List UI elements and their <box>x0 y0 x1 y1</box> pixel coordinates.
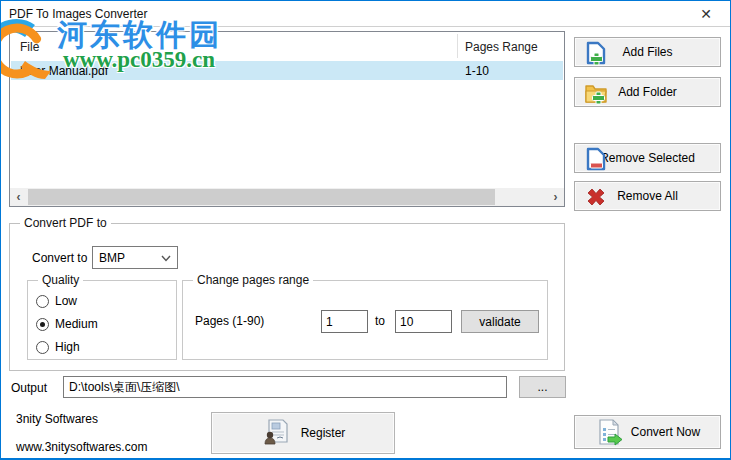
convert-to-label: Convert to <box>32 251 87 265</box>
radio-icon <box>36 318 49 331</box>
close-button[interactable]: ✕ <box>690 4 722 24</box>
browse-button[interactable]: ... <box>519 376 566 398</box>
title-bar: PDF To Images Converter ✕ <box>1 1 730 27</box>
cell-pages-range: 1-10 <box>465 64 489 78</box>
output-path-input[interactable] <box>63 376 507 398</box>
format-select[interactable]: BMP <box>92 246 178 269</box>
scroll-left-button[interactable]: ‹ <box>10 188 27 206</box>
pages-range-group-title: Change pages range <box>193 273 313 287</box>
quality-high-label: High <box>55 340 80 354</box>
output-label: Output <box>11 381 47 395</box>
company-website: www.3nitysoftwares.com <box>16 440 147 454</box>
validate-button[interactable]: validate <box>461 310 539 333</box>
radio-icon <box>36 341 49 354</box>
register-button-label: Register <box>301 426 346 440</box>
chevron-down-icon <box>161 255 171 262</box>
column-header-file[interactable]: File <box>20 40 39 54</box>
radio-icon <box>36 295 49 308</box>
register-button[interactable]: Register <box>211 412 395 454</box>
add-files-button[interactable]: Add Files <box>574 37 721 67</box>
validate-button-label: validate <box>479 315 520 329</box>
convert-now-button[interactable]: Convert Now <box>574 415 721 449</box>
chevron-left-icon: ‹ <box>17 190 21 204</box>
remove-all-label: Remove All <box>617 189 678 203</box>
convert-now-button-label: Convert Now <box>631 425 700 439</box>
browse-button-label: ... <box>537 380 547 394</box>
pages-range-group: Change pages range Pages (1-90) to valid… <box>182 280 548 360</box>
remove-all-button[interactable]: Remove All <box>574 181 721 211</box>
horizontal-scrollbar[interactable]: ‹ › <box>10 188 564 206</box>
add-files-label: Add Files <box>622 45 672 59</box>
app-window: PDF To Images Converter ✕ File Pages Ran… <box>0 0 731 460</box>
quality-group-title: Quality <box>38 273 83 287</box>
remove-selected-button[interactable]: Remove Selected <box>574 143 721 173</box>
red-x-icon <box>584 185 608 209</box>
quality-group: Quality Low Medium High <box>27 280 177 360</box>
convert-pdf-group: Convert PDF to Convert to BMP Quality Lo… <box>9 223 565 371</box>
close-icon: ✕ <box>700 6 712 22</box>
format-select-value: BMP <box>99 251 125 265</box>
quality-medium-label: Medium <box>55 317 98 331</box>
quality-radio-high[interactable]: High <box>36 340 80 354</box>
add-file-icon <box>584 41 608 65</box>
window-title: PDF To Images Converter <box>9 7 148 21</box>
cell-file-name: User Manual.pdf <box>20 64 108 78</box>
scrollbar-thumb[interactable] <box>28 189 495 205</box>
quality-radio-medium[interactable]: Medium <box>36 317 98 331</box>
chevron-right-icon: › <box>554 190 558 204</box>
pages-to-label: to <box>375 314 385 328</box>
add-folder-icon <box>584 81 608 105</box>
quality-radio-low[interactable]: Low <box>36 294 77 308</box>
column-header-pages-range[interactable]: Pages Range <box>465 40 538 54</box>
quality-low-label: Low <box>55 294 77 308</box>
convert-now-icon <box>595 418 623 446</box>
column-separator <box>457 34 458 58</box>
remove-selected-label: Remove Selected <box>600 151 695 165</box>
file-list: File Pages Range User Manual.pdf 1-10 ‹ … <box>9 31 565 207</box>
pages-from-input[interactable] <box>321 310 368 333</box>
remove-file-icon <box>584 147 608 171</box>
add-folder-button[interactable]: Add Folder <box>574 77 721 107</box>
pages-range-label: Pages (1-90) <box>195 314 264 328</box>
convert-pdf-group-title: Convert PDF to <box>20 216 111 230</box>
register-certificate-icon <box>261 418 291 448</box>
file-list-header: File Pages Range <box>10 32 564 60</box>
company-name: 3nity Softwares <box>16 412 98 426</box>
table-row[interactable]: User Manual.pdf 1-10 <box>11 61 563 80</box>
pages-to-input[interactable] <box>395 310 452 333</box>
scroll-right-button[interactable]: › <box>547 188 564 206</box>
add-folder-label: Add Folder <box>618 85 677 99</box>
